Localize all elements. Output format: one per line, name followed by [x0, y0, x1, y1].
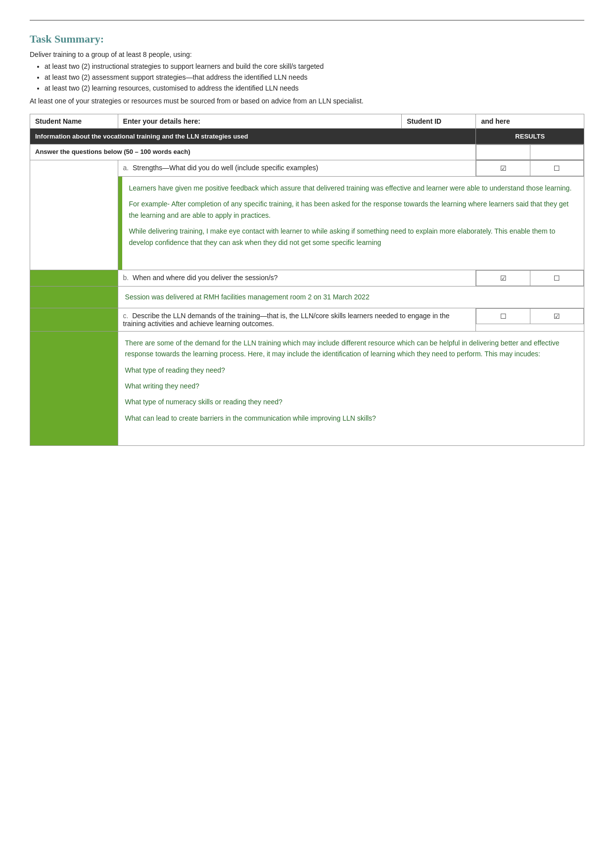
question-1a-row: 1 a. Strengths—What did you do well (inc… — [30, 160, 584, 177]
student-name-label: Student Name — [30, 114, 118, 129]
question-1c-row: c. Describe the LLN demands of the train… — [30, 308, 584, 331]
answer-1b-p1: Session was delivered at RMH facilities … — [125, 291, 577, 302]
answer-1a-p3: While delivering training, I make eye co… — [129, 226, 577, 248]
bullet-1: at least two (2) instructional strategie… — [45, 62, 584, 70]
answer-1b-cell: Session was delivered at RMH facilities … — [118, 287, 584, 308]
answer-1c-p5: What can lead to create barriers in the … — [125, 413, 577, 424]
q1c-us-checkbox: ☑ — [530, 308, 583, 324]
answer-1a-p2: For example- After completion of any spe… — [129, 198, 577, 221]
q1a-s-checkbox: ☑ — [476, 161, 530, 176]
q1b-us-checkbox: ☐ — [530, 271, 583, 286]
answer-1c-p2: What type of reading they need? — [125, 365, 577, 376]
question-1c-text: c. Describe the LLN demands of the train… — [118, 308, 476, 331]
answer-1a-content: Learners have given me positive feedback… — [122, 177, 584, 270]
q1a-us-checkbox: ☐ — [530, 161, 583, 176]
answer-1c-cell: There are some of the demand for the LLN… — [118, 331, 584, 446]
answer-1b-row: Session was delivered at RMH facilities … — [30, 287, 584, 308]
question-number-1c-placeholder — [30, 308, 118, 331]
student-id-label: Student ID — [402, 114, 476, 129]
main-table: Student Name Enter your details here: St… — [30, 114, 584, 446]
task-bullets: at least two (2) instructional strategie… — [45, 62, 584, 92]
q1b-s-checkbox: ☑ — [476, 271, 530, 286]
task-summary-title: Task Summary: — [30, 33, 584, 46]
student-id-value[interactable]: and here — [476, 114, 584, 129]
answer-1a-p1: Learners have given me positive feedback… — [129, 183, 577, 193]
question-1a-text: a. Strengths—What did you do well (inclu… — [118, 160, 476, 177]
green-bar-1a — [118, 177, 122, 270]
answer-1c-row: There are some of the demand for the LLN… — [30, 331, 584, 446]
question-number-1: 1 — [30, 160, 118, 270]
answer-1b-green-num — [30, 287, 118, 308]
top-divider — [30, 20, 584, 21]
answer-header-text: Answer the questions below (50 – 100 wor… — [30, 145, 476, 160]
sub-letter-c: c. — [123, 312, 129, 320]
answer-1c-p1: There are some of the demand for the LLN… — [125, 338, 577, 360]
info-text: Information about the vocational trainin… — [30, 129, 476, 145]
sub-letter-b: b. — [123, 274, 129, 282]
task-intro: Deliver training to a group of at least … — [30, 50, 584, 58]
info-row: Information about the vocational trainin… — [30, 129, 584, 145]
student-header-row: Student Name Enter your details here: St… — [30, 114, 584, 129]
sub-letter-a: a. — [123, 164, 129, 172]
answer-header-row: Answer the questions below (50 – 100 wor… — [30, 145, 584, 160]
answer-1a-cell: Learners have given me positive feedback… — [118, 177, 584, 270]
answer-1c-p3: What writing they need? — [125, 381, 577, 391]
answer-1a-spacer — [129, 253, 577, 264]
specialist-note: At least one of your strategies or resou… — [30, 97, 584, 105]
question-1b-text: b. When and where did you deliver the se… — [118, 270, 476, 287]
answer-1c-green-num — [30, 331, 118, 446]
results-label: RESULTS — [476, 129, 584, 145]
answer-1c-content: There are some of the demand for the LLN… — [118, 332, 584, 446]
student-name-value[interactable]: Enter your details here: — [118, 114, 402, 129]
question-number-1b-placeholder — [30, 270, 118, 287]
q1c-s-checkbox: ☐ — [476, 308, 530, 324]
s-header: S — [476, 145, 530, 160]
answer-1b-content: Session was delivered at RMH facilities … — [118, 287, 584, 307]
bullet-3: at least two (2) learning resources, cus… — [45, 84, 584, 92]
answer-1c-spacer — [125, 429, 577, 439]
answer-1c-p4: What type of numeracy skills or reading … — [125, 396, 577, 407]
question-1b-row: b. When and where did you deliver the se… — [30, 270, 584, 287]
bullet-2: at least two (2) assessment support stra… — [45, 73, 584, 81]
us-header: US — [530, 145, 583, 160]
